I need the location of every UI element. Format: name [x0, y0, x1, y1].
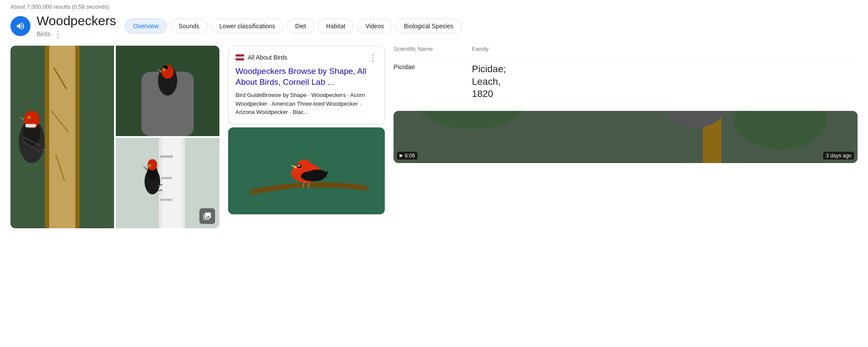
tab-sounds[interactable]: Sounds: [170, 19, 207, 33]
scientific-name-key: Picidae: [394, 63, 472, 70]
svg-rect-28: [160, 155, 173, 158]
card-source-name: All About Birds: [248, 54, 287, 61]
family-value: Picidae; Leach, 1820: [472, 63, 506, 100]
tab-biological-species[interactable]: Biological Species: [396, 19, 462, 33]
svg-rect-29: [161, 177, 172, 179]
featured-bird-photo[interactable]: [228, 127, 385, 214]
page-title: Woodpeckers: [37, 13, 116, 28]
play-icon: [400, 154, 403, 157]
family-header: Family: [472, 46, 488, 52]
tab-lower-classifications[interactable]: Lower classifications: [211, 19, 283, 33]
card-source-left: All About Birds: [236, 54, 287, 61]
card-title[interactable]: Woodpeckers Browse by Shape, All About B…: [236, 66, 377, 87]
scientific-name-header: Scientific Name: [394, 46, 454, 52]
card-menu-button[interactable]: ⋮: [369, 53, 377, 62]
bottom-right-photo[interactable]: [116, 138, 219, 228]
photo-grid: [10, 46, 219, 228]
youtube-age: 3 days ago: [823, 152, 854, 160]
card-description: Bird GuideBrowse by Shape · Woodpeckers …: [236, 91, 377, 117]
speaker-icon: [16, 21, 25, 31]
gallery-view-button[interactable]: [199, 208, 215, 224]
youtube-duration: 6:06: [397, 152, 417, 160]
tab-habitat[interactable]: Habitat: [318, 19, 353, 33]
youtube-card[interactable]: YouTube • Cornell Lab Bird Cams: [394, 111, 858, 163]
speaker-button[interactable]: [10, 16, 30, 36]
svg-rect-30: [160, 199, 172, 201]
subtitle-label: Birds: [37, 30, 50, 37]
tab-overview[interactable]: Overview: [125, 19, 167, 33]
results-count: About 7,000,000 results (0.58 seconds): [0, 0, 868, 13]
svg-point-12: [29, 117, 30, 118]
more-options-button[interactable]: ⋮: [53, 29, 63, 39]
svg-rect-27: [162, 138, 182, 228]
svg-rect-9: [25, 124, 36, 127]
info-table: Scientific Name Family Picidae Picidae; …: [394, 46, 858, 104]
search-card: All About Birds ⋮ Woodpeckers Browse by …: [228, 46, 385, 124]
main-photo[interactable]: [10, 46, 114, 228]
info-row-taxonomy: Picidae Picidae; Leach, 1820: [394, 59, 858, 104]
info-panel: Scientific Name Family Picidae Picidae; …: [394, 46, 858, 228]
svg-point-36: [149, 165, 151, 167]
svg-point-46: [298, 165, 300, 167]
card-source-row: All About Birds ⋮: [236, 53, 377, 62]
top-right-photo[interactable]: [116, 46, 219, 136]
svg-rect-2: [49, 46, 75, 228]
info-table-header: Scientific Name Family: [394, 46, 858, 56]
tabs-bar: Overview Sounds Lower classifications Di…: [125, 19, 462, 33]
tab-diet[interactable]: Diet: [287, 19, 314, 33]
youtube-thumbnail: YouTube • Cornell Lab Bird Cams: [394, 111, 858, 163]
gallery-icon: [203, 212, 212, 220]
source-flag-icon: [236, 54, 244, 60]
svg-point-24: [164, 69, 165, 70]
tab-videos[interactable]: Videos: [357, 19, 392, 33]
